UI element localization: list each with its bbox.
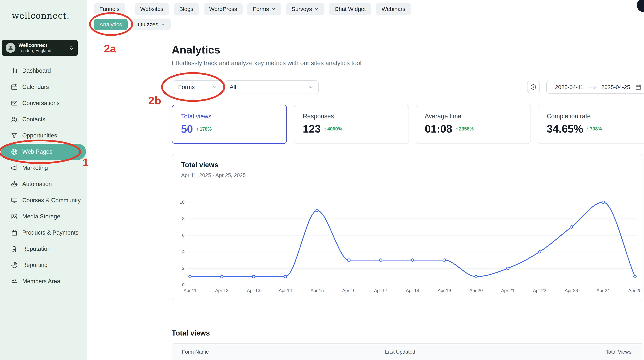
svg-text:Apr 25: Apr 25 [628,288,642,293]
tab-wordpress[interactable]: WordPress [204,3,243,15]
svg-text:Apr 16: Apr 16 [342,288,356,293]
stat-label: Total views [181,113,278,120]
tabs-divider [130,5,130,13]
svg-text:10: 10 [180,199,184,205]
svg-text:Apr 21: Apr 21 [501,288,514,293]
info-button[interactable] [527,81,540,93]
stat-card-responses[interactable]: Responses 123 ↑4000% [294,105,409,144]
svg-text:Apr 15: Apr 15 [310,288,324,293]
tab-label: Websites [140,6,164,12]
sidebar-item-label: Opportunities [22,132,57,139]
reputation-icon [10,245,18,253]
sidebar-item-courses-community[interactable]: Courses & Community [0,192,87,208]
svg-text:Apr 20: Apr 20 [470,288,483,293]
tab-label: Webinars [382,6,405,12]
table-header-row: Form Name Last Updated Total Views [172,344,644,360]
svg-text:Apr 19: Apr 19 [438,288,451,293]
stat-trend: ↑708% [586,126,602,132]
account-info: Wellconnect London, England [18,42,51,53]
courses-icon [10,196,18,204]
calendar-icon [635,84,642,90]
sidebar-item-opportunities[interactable]: Opportunities [0,128,87,144]
media-storage-icon [10,213,18,220]
sidebar-item-reporting[interactable]: Reporting [0,257,87,273]
stat-card-total-views[interactable]: Total views 50 ↑178% [172,105,287,144]
tab-label: Analytics [99,21,122,28]
select-value: Forms [178,84,195,91]
sidebar-item-calendars[interactable]: Calendars [0,79,87,95]
reporting-icon [10,261,18,269]
select-value: All [230,84,236,91]
tab-webinars[interactable]: Webinars [376,3,411,15]
annotation-label-2a: 2a [104,42,116,55]
stat-card-average-time[interactable]: Average time 01:08 ↑2356% [416,105,531,144]
sidebar-item-automation[interactable]: Automation [0,176,87,192]
corner-avatar-button[interactable] [637,0,644,12]
date-range-picker[interactable]: 2025-04-11 2025-04-25 [546,81,644,94]
chevron-down-icon [271,7,276,11]
svg-text:2: 2 [182,266,184,271]
tab-websites[interactable]: Websites [134,3,169,15]
sidebar-item-label: Products & Payments [22,229,78,236]
tab-analytics[interactable]: Analytics [94,19,128,30]
sidebar-item-contacts[interactable]: Contacts [0,111,87,128]
sidebar-item-members-area[interactable]: Members Area [0,273,87,289]
trend-up-icon: ↑ [196,126,199,132]
stat-value: 01:08 [425,124,452,134]
sidebar-item-label: Reporting [22,262,48,268]
tab-surveys[interactable]: Surveys [286,3,324,15]
tab-chat-widget[interactable]: Chat Widget [329,3,372,15]
stat-value: 34.65% [547,124,583,134]
stat-change: 2356% [459,126,474,132]
date-start: 2025-04-11 [555,84,584,90]
top-navigation: Funnels Websites Blogs WordPress Forms S… [87,0,644,36]
column-header-last-updated: Last Updated [385,349,568,355]
sidebar-item-web-pages[interactable]: Web Pages [1,144,86,160]
calendar-icon [10,83,18,91]
sidebar-item-label: Calendars [22,84,49,90]
stat-change: 4000% [328,126,342,132]
chevron-down-icon [160,22,165,27]
stat-change: 708% [590,126,602,132]
sidebar-item-media-storage[interactable]: Media Storage [0,208,87,225]
tab-funnels[interactable]: Funnels [94,3,125,15]
total-views-chart-card: Total views Apr 11, 2025 - Apr 25, 2025 … [172,154,644,300]
sidebar-item-reputation[interactable]: Reputation [0,241,87,257]
sidebar-item-label: Contacts [22,116,45,123]
sidebar-item-conversations[interactable]: Conversations [0,95,87,111]
tab-label: Chat Widget [335,6,366,12]
tab-quizzes[interactable]: Quizzes [132,19,170,30]
svg-text:Apr 14: Apr 14 [279,288,292,293]
account-switcher[interactable]: Wellconnect London, England [2,40,78,56]
form-filter-select[interactable]: All [224,80,318,94]
stat-card-completion-rate[interactable]: Completion rate 34.65% ↑708% [538,105,644,144]
sidebar-item-label: Conversations [22,100,60,107]
chart-title: Total views [181,161,218,169]
chevron-down-icon [314,7,319,11]
account-location: London, England [18,48,51,53]
sidebar-item-label: Marketing [22,165,48,171]
members-icon [10,278,18,285]
automation-icon [10,180,18,188]
tab-label: Surveys [292,6,312,12]
column-header-form-name: Form Name [172,349,385,355]
form-type-select[interactable]: Forms [173,80,222,94]
stat-value: 50 [181,124,193,134]
svg-text:Apr 18: Apr 18 [406,288,419,293]
account-name: Wellconnect [18,42,51,48]
conversations-icon [10,99,18,107]
contacts-icon [10,116,18,123]
annotation-label-2b: 2b [148,94,161,107]
trend-up-icon: ↑ [324,126,326,132]
chevron-down-icon [212,85,217,90]
trend-up-icon: ↑ [456,126,458,132]
svg-text:6: 6 [182,233,184,238]
sidebar-item-marketing[interactable]: Marketing [0,160,87,176]
stat-label: Average time [425,113,522,120]
marketing-icon [10,164,18,172]
sidebar-item-dashboard[interactable]: Dashboard [0,63,87,79]
tab-forms[interactable]: Forms [247,3,281,15]
sidebar-item-products-payments[interactable]: Products & Payments [0,225,87,241]
sidebar-item-label: Reputation [22,245,50,252]
tab-blogs[interactable]: Blogs [174,3,199,15]
